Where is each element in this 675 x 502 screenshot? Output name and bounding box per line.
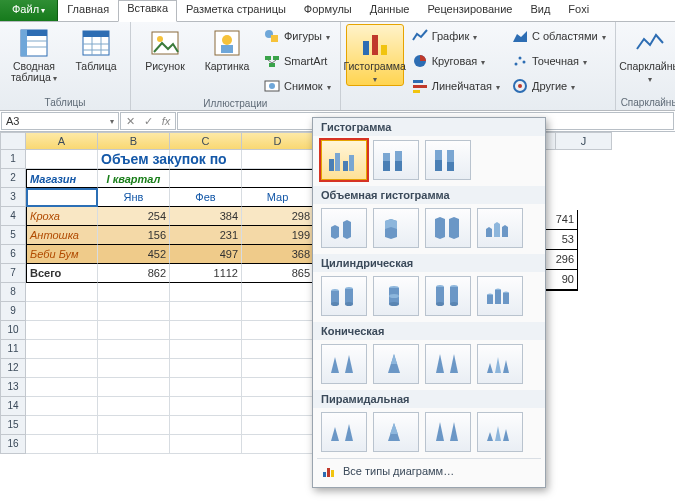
line-chart-button[interactable]: График bbox=[408, 24, 504, 48]
total-val[interactable]: 296 bbox=[544, 250, 578, 270]
total-val[interactable]: 90 bbox=[544, 270, 578, 291]
row-head[interactable]: 1 bbox=[0, 150, 26, 169]
line-chart-icon bbox=[412, 28, 428, 44]
clipart-button[interactable]: Картинка bbox=[198, 24, 256, 73]
pct-stacked-column-icon bbox=[431, 147, 465, 173]
chart-type-100-stacked-column[interactable] bbox=[425, 140, 471, 180]
row-head[interactable]: 7 bbox=[0, 264, 26, 283]
chart-type-cylinder-stacked[interactable] bbox=[373, 276, 419, 316]
total-val[interactable]: 741 bbox=[544, 210, 578, 230]
row-head[interactable]: 14 bbox=[0, 397, 26, 416]
sparklines-button[interactable]: Спарклайны bbox=[621, 24, 675, 86]
tab-data[interactable]: Данные bbox=[361, 0, 419, 21]
title-cell[interactable]: Объем закупок по bbox=[98, 150, 170, 169]
row-head[interactable]: 15 bbox=[0, 416, 26, 435]
cone-pct-icon bbox=[431, 351, 465, 377]
row-head[interactable]: 5 bbox=[0, 226, 26, 245]
pyr-pct-icon bbox=[431, 419, 465, 445]
row-head[interactable]: 8 bbox=[0, 283, 26, 302]
row-head[interactable]: 2 bbox=[0, 169, 26, 188]
chart-type-pyramid-100[interactable] bbox=[425, 412, 471, 452]
cancel-icon[interactable]: ✕ bbox=[121, 115, 139, 128]
table-button[interactable]: Таблица bbox=[67, 24, 125, 73]
all-chart-types-button[interactable]: Все типы диаграмм… bbox=[313, 459, 545, 483]
chart-type-cylinder-3d[interactable] bbox=[477, 276, 523, 316]
chart-type-3d-stacked[interactable] bbox=[373, 208, 419, 248]
tab-insert[interactable]: Вставка bbox=[118, 0, 177, 22]
shapes-button[interactable]: Фигуры bbox=[260, 24, 335, 48]
row-head[interactable]: 3 bbox=[0, 188, 26, 207]
svg-rect-49 bbox=[447, 150, 454, 162]
group-charts-label bbox=[346, 98, 610, 111]
svg-rect-27 bbox=[381, 45, 387, 55]
svg-marker-81 bbox=[331, 357, 339, 373]
svg-rect-39 bbox=[335, 153, 340, 171]
svg-rect-25 bbox=[363, 41, 369, 55]
total-val[interactable]: 53 bbox=[544, 230, 578, 250]
col-head-j[interactable]: J bbox=[556, 132, 612, 150]
row-head[interactable]: 6 bbox=[0, 245, 26, 264]
smartart-button[interactable]: SmartArt bbox=[260, 49, 335, 73]
chart-type-clustered-column[interactable] bbox=[321, 140, 367, 180]
chart-type-pyramid-3d[interactable] bbox=[477, 412, 523, 452]
chart-type-cone-100[interactable] bbox=[425, 344, 471, 384]
scatter-chart-button[interactable]: Точечная bbox=[508, 49, 610, 73]
svg-rect-38 bbox=[329, 159, 334, 171]
group-charts: Гистограмма График Круговая Линейчатая bbox=[341, 22, 616, 110]
fx-icon[interactable]: fx bbox=[157, 115, 175, 127]
screenshot-button[interactable]: Снимок bbox=[260, 74, 335, 98]
line-chart-label: График bbox=[432, 30, 470, 42]
gallery-section-label: Объемная гистограмма bbox=[313, 186, 545, 204]
select-all-corner[interactable] bbox=[0, 132, 26, 150]
col-head-a[interactable]: A bbox=[26, 132, 98, 150]
tab-home[interactable]: Главная bbox=[58, 0, 118, 21]
chart-type-pyramid-clustered[interactable] bbox=[321, 412, 367, 452]
tab-formulas[interactable]: Формулы bbox=[295, 0, 361, 21]
area-chart-button[interactable]: С областями bbox=[508, 24, 610, 48]
col3d-stacked-icon bbox=[379, 215, 413, 241]
row-head[interactable]: 4 bbox=[0, 207, 26, 226]
enter-icon[interactable]: ✓ bbox=[139, 115, 157, 128]
chart-type-3d-clustered[interactable] bbox=[321, 208, 367, 248]
row-head[interactable]: 12 bbox=[0, 359, 26, 378]
tab-page-layout[interactable]: Разметка страницы bbox=[177, 0, 295, 21]
histogram-label: Гистограмма bbox=[343, 61, 406, 85]
tab-review[interactable]: Рецензирование bbox=[418, 0, 521, 21]
row-head[interactable]: 10 bbox=[0, 321, 26, 340]
pivot-table-button[interactable]: Сводная таблица bbox=[5, 24, 63, 85]
bar-chart-button[interactable]: Линейчатая bbox=[408, 74, 504, 98]
name-box[interactable]: A3 ▾ bbox=[1, 112, 119, 130]
pie-chart-button[interactable]: Круговая bbox=[408, 49, 504, 73]
row-head[interactable]: 9 bbox=[0, 302, 26, 321]
histogram-button[interactable]: Гистограмма bbox=[346, 24, 404, 86]
svg-rect-41 bbox=[349, 155, 354, 171]
tab-foxit[interactable]: Foxi bbox=[559, 0, 598, 21]
tab-view[interactable]: Вид bbox=[521, 0, 559, 21]
other-charts-label: Другие bbox=[532, 80, 567, 92]
col-head-b[interactable]: B bbox=[98, 132, 170, 150]
chart-type-3d-100-stacked[interactable] bbox=[425, 208, 471, 248]
chart-type-cylinder-clustered[interactable] bbox=[321, 276, 367, 316]
chart-type-cone-clustered[interactable] bbox=[321, 344, 367, 384]
other-charts-button[interactable]: Другие bbox=[508, 74, 610, 98]
chart-type-cone-stacked[interactable] bbox=[373, 344, 419, 384]
chart-type-3d-column[interactable] bbox=[477, 208, 523, 248]
chart-type-cylinder-100[interactable] bbox=[425, 276, 471, 316]
chart-type-stacked-column[interactable] bbox=[373, 140, 419, 180]
picture-button[interactable]: Рисунок bbox=[136, 24, 194, 73]
row-head[interactable]: 13 bbox=[0, 378, 26, 397]
col-head-d[interactable]: D bbox=[242, 132, 314, 150]
svg-point-33 bbox=[514, 63, 517, 66]
row-head[interactable]: 11 bbox=[0, 340, 26, 359]
group-sparklines: Спарклайны Спарклайны bbox=[616, 22, 675, 110]
chevron-down-icon[interactable]: ▾ bbox=[110, 117, 114, 126]
scatter-chart-icon bbox=[512, 53, 528, 69]
tab-file[interactable]: Файл bbox=[0, 0, 58, 21]
row-head[interactable]: 16 bbox=[0, 435, 26, 454]
selected-cell[interactable] bbox=[26, 188, 98, 207]
header-store[interactable]: Магазин bbox=[26, 169, 98, 188]
pivot-table-icon bbox=[18, 27, 50, 59]
chart-type-cone-3d[interactable] bbox=[477, 344, 523, 384]
col-head-c[interactable]: C bbox=[170, 132, 242, 150]
chart-type-pyramid-stacked[interactable] bbox=[373, 412, 419, 452]
